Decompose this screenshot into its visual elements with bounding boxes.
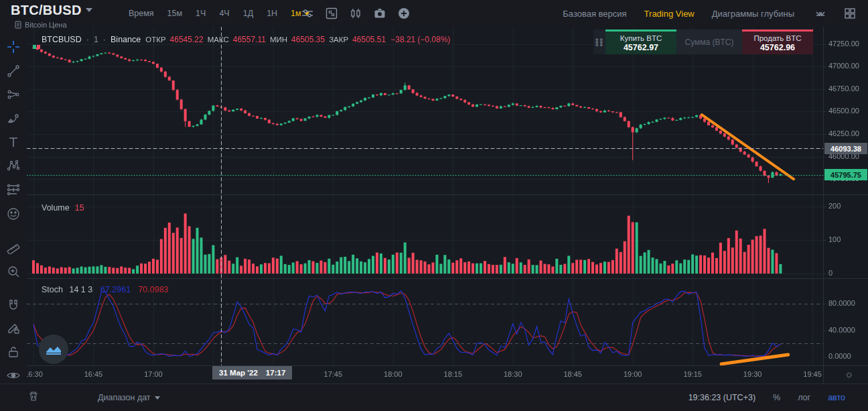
legend-interval: 1 <box>94 35 98 44</box>
brush-icon[interactable] <box>6 111 21 126</box>
ohlc-values: ОТКР46545.22МАКС46557.11МИН46505.35ЗАКР4… <box>145 35 386 44</box>
date-range-button[interactable]: Диапазон дат <box>98 393 160 402</box>
volume-legend[interactable]: Volume15 <box>42 203 84 213</box>
legend-sep: · <box>86 35 89 44</box>
symbol-title[interactable]: BTC/BUSD <box>11 3 82 18</box>
date-range-label: Диапазон дат <box>98 393 151 402</box>
crosshair-date: 31 Мар '22 <box>219 369 258 377</box>
ohlc-item-label: ОТКР <box>145 36 165 44</box>
bottom-bar: Диапазон дат 19:36:23 (UTC+3) % лог авто <box>0 384 868 411</box>
legend-sep: · <box>103 35 106 44</box>
price-chart-canvas[interactable] <box>27 27 868 384</box>
stoch-d-value: 70.0983 <box>138 285 168 294</box>
view-tab[interactable]: Диаграммы глубины <box>712 9 794 19</box>
grid-layout-icon[interactable] <box>843 6 857 21</box>
crosshair-time-badge: 31 Мар '22 17:17 <box>212 366 292 379</box>
buy-price: 45762.97 <box>624 43 658 52</box>
ohlc-item-value: 46545.22 <box>170 35 204 44</box>
stoch-legend[interactable]: Stoch 14 1 3 67.2961 70.0983 <box>42 285 169 294</box>
symbol-dropdown-caret-icon[interactable] <box>86 8 92 12</box>
crosshair-price-badge: 46093.38 <box>824 143 867 154</box>
legend-exchange: Binance <box>111 35 141 44</box>
document-icon <box>15 21 21 29</box>
candle-style-icon[interactable] <box>348 6 363 21</box>
symbol-subtitle: Bitcoin Цена <box>15 21 67 29</box>
interval-1Ч[interactable]: 1Ч <box>192 6 210 21</box>
drag-handle[interactable]: ●●●●●● <box>593 30 605 54</box>
hide-all-icon[interactable] <box>6 368 21 383</box>
trading-terminal: BTC/BUSD Bitcoin Цена Время15м1Ч4Ч1Д1Н1м… <box>0 0 868 411</box>
ruler-icon[interactable] <box>6 239 21 254</box>
crosshair-time: 17:17 <box>266 369 285 377</box>
stoch-k-value: 67.2961 <box>100 285 131 294</box>
bin-icon[interactable] <box>28 391 39 404</box>
lock-all-icon[interactable] <box>6 345 21 359</box>
chart-settings-icon[interactable] <box>300 6 315 21</box>
ohlc-item-value: 46505.35 <box>291 35 325 44</box>
ohlc-item-label: МИН <box>270 36 287 44</box>
view-tab[interactable]: Trading View <box>644 9 695 19</box>
chart-toolbar-icons <box>300 0 411 27</box>
symbol-subtitle-label: Bitcoin Цена <box>25 21 67 29</box>
bottom-right-controls: 19:36:23 (UTC+3) % лог авто <box>689 393 845 402</box>
ohlc-item-value: 46505.51 <box>352 35 386 44</box>
emoji-icon[interactable] <box>6 207 21 221</box>
chevron-down-icon <box>155 396 160 400</box>
zoom-in-icon[interactable] <box>6 264 21 279</box>
add-icon[interactable] <box>396 6 411 21</box>
legend-symbol: BTCBUSD <box>42 35 82 44</box>
volume-value: 15 <box>75 203 84 213</box>
volume-label: Volume <box>42 203 70 213</box>
ohlc-item-label: ЗАКР <box>329 36 348 44</box>
crosshair-tool-icon[interactable] <box>6 40 21 54</box>
sell-label: Продать BTC <box>753 34 801 42</box>
pitchfork-icon[interactable] <box>6 87 21 102</box>
interval-1Д[interactable]: 1Д <box>239 6 257 21</box>
drawing-toolbar <box>0 27 27 384</box>
trend-line-icon[interactable] <box>6 64 21 78</box>
trade-widget: ●●●●●● Купить BTC 45762.97 Продать BTC 4… <box>593 30 813 54</box>
chart-area: BTCBUSD · 1 · Binance ОТКР46545.22МАКС46… <box>27 27 868 384</box>
down-marker <box>37 45 40 49</box>
ohlc-item-value: 46557.11 <box>233 35 266 44</box>
stoch-label: Stoch <box>42 285 63 294</box>
clock[interactable]: 19:36:23 (UTC+3) <box>689 393 755 402</box>
legend-change: −38.21 (−0.08%) <box>390 35 450 44</box>
buy-label: Купить BTC <box>620 34 662 42</box>
view-tabs: Базовая версияTrading ViewДиаграммы глуб… <box>563 0 794 27</box>
interval-Время[interactable]: Время <box>125 6 158 21</box>
xabcd-pattern-icon[interactable] <box>6 158 21 173</box>
mountains-icon <box>45 341 62 358</box>
camera-icon[interactable] <box>372 6 387 21</box>
collapse-icon[interactable] <box>813 6 828 21</box>
magnet-icon[interactable] <box>6 298 21 312</box>
interval-1Н[interactable]: 1Н <box>263 6 281 21</box>
last-price-badge: 45795.75 <box>824 169 867 180</box>
indicators-icon[interactable] <box>324 6 339 21</box>
top-navbar: BTC/BUSD Bitcoin Цена Время15м1Ч4Ч1Д1Н1м… <box>0 0 868 27</box>
timezone-settings-icon[interactable]: ☼ <box>845 368 854 379</box>
auto-scale-button[interactable]: авто <box>828 393 845 402</box>
mini-candle-markers <box>33 45 40 49</box>
nav-right-icons <box>813 0 857 27</box>
ohlc-legend[interactable]: BTCBUSD · 1 · Binance ОТКР46545.22МАКС46… <box>42 35 451 44</box>
exchange-watermark <box>39 335 68 364</box>
text-tool-icon[interactable] <box>6 135 21 150</box>
view-tab[interactable]: Базовая версия <box>563 9 626 19</box>
buy-button[interactable]: Купить BTC 45762.97 <box>605 30 676 54</box>
stoch-params: 14 1 3 <box>69 285 92 294</box>
log-scale-button[interactable]: лог <box>798 393 810 402</box>
interval-4Ч[interactable]: 4Ч <box>215 6 233 21</box>
percent-scale-button[interactable]: % <box>773 393 780 402</box>
sell-button[interactable]: Продать BTC 45762.96 <box>742 30 813 54</box>
sell-price: 45762.96 <box>760 43 795 52</box>
interval-15м[interactable]: 15м <box>163 6 187 21</box>
amount-input[interactable] <box>676 30 742 54</box>
prediction-icon[interactable] <box>6 182 21 197</box>
interval-buttons: Время15м1Ч4Ч1Д1Н1м <box>125 0 313 27</box>
draw-lock-icon[interactable] <box>6 321 21 336</box>
up-marker <box>33 45 36 49</box>
ohlc-item-label: МАКС <box>208 36 229 44</box>
